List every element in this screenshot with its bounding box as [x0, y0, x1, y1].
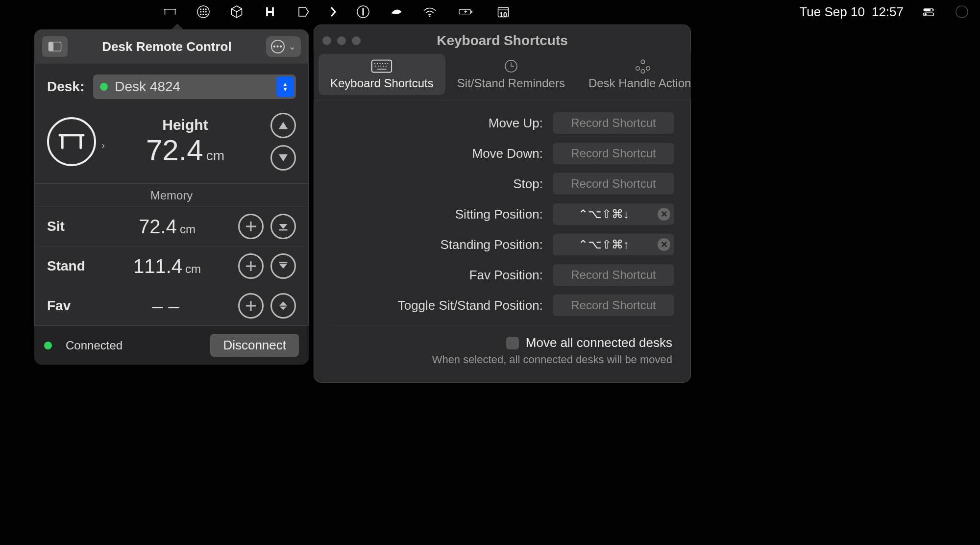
tab-desk-handle-actions[interactable]: Desk Handle Actions [577, 54, 691, 95]
goto-stand-button[interactable] [270, 253, 296, 279]
more-menu-button[interactable]: ••• ⌄ [266, 36, 301, 57]
shortcut-field[interactable]: Record Shortcut [553, 264, 674, 286]
shortcuts-body: Move Up:Record ShortcutMove Down:Record … [314, 100, 691, 383]
desk-select[interactable]: Desk 4824 ▲▼ [93, 74, 296, 99]
svg-point-41 [646, 67, 650, 71]
memory-value: 111.4 [133, 255, 182, 277]
grid-circle-icon[interactable] [195, 3, 212, 20]
svg-point-6 [205, 11, 207, 13]
desk-remote-popover: Desk Remote Control ••• ⌄ Desk: Desk 482… [34, 29, 309, 365]
svg-point-8 [203, 14, 204, 15]
memory-value: 72.4 [139, 216, 177, 237]
svg-point-2 [203, 8, 204, 10]
move-all-desks-checkbox[interactable] [506, 337, 519, 349]
memory-label: Fav [47, 298, 96, 314]
shortcut-row: Fav Position:Record Shortcut [330, 264, 674, 286]
goto-fav-button[interactable] [270, 293, 296, 319]
height-block: › Height 72.4cm [34, 110, 309, 183]
save-fav-button[interactable] [238, 293, 264, 319]
connection-status: Connected [66, 339, 122, 352]
shortcut-row: Sitting Position:⌃⌥⇧⌘↓✕ [330, 203, 674, 225]
cube-icon[interactable] [228, 3, 245, 20]
svg-point-18 [925, 13, 927, 16]
shortcut-field[interactable]: Record Shortcut [553, 112, 674, 134]
window-titlebar: Keyboard Shortcuts [314, 25, 691, 52]
svg-point-11 [429, 16, 431, 17]
save-sit-button[interactable] [238, 214, 264, 239]
menubar-date: Tue Sep 10 [799, 4, 864, 20]
svg-rect-25 [372, 60, 392, 73]
clear-shortcut-button[interactable]: ✕ [658, 208, 670, 221]
shortcut-row: Toggle Sit/Stand Position:Record Shortcu… [330, 295, 674, 316]
tab-sit-stand-reminders[interactable]: Sit/Stand Reminders [445, 54, 577, 95]
chevron-right-icon[interactable] [328, 3, 338, 20]
shortcut-label: Fav Position: [469, 268, 543, 283]
svg-point-3 [205, 8, 207, 10]
svg-point-7 [200, 14, 201, 15]
letter-h-icon[interactable] [262, 3, 278, 20]
onepassword-icon[interactable] [355, 3, 371, 20]
shortcut-field[interactable]: ⌃⌥⇧⌘↓✕ [553, 203, 674, 225]
status-dot-icon [44, 342, 52, 349]
shortcut-row: Stop:Record Shortcut [330, 173, 674, 195]
shortcut-field[interactable]: Record Shortcut [553, 173, 674, 195]
svg-point-5 [203, 11, 204, 13]
desk-app-menubar-icon[interactable] [162, 3, 178, 20]
svg-rect-22 [279, 229, 288, 231]
shortcut-label: Move Down: [472, 146, 543, 161]
tag-icon[interactable] [295, 3, 312, 20]
move-down-button[interactable] [270, 145, 296, 171]
shortcut-label: Sitting Position: [455, 207, 543, 222]
memory-label: Sit [47, 219, 96, 234]
status-dot-icon [100, 83, 108, 91]
move-up-button[interactable] [270, 113, 296, 138]
ellipsis-icon: ••• [271, 40, 285, 53]
popover-header: Desk Remote Control ••• ⌄ [34, 29, 309, 64]
svg-point-4 [200, 11, 201, 13]
shortcut-label: Move Up: [489, 116, 543, 131]
tab-keyboard-shortcuts[interactable]: Keyboard Shortcuts [318, 54, 445, 95]
clear-shortcut-button[interactable]: ✕ [658, 238, 670, 251]
svg-point-9 [205, 14, 207, 15]
svg-rect-13 [471, 11, 472, 13]
sidebar-toggle-button[interactable] [42, 36, 68, 57]
menubar-clock[interactable]: Tue Sep 10 12:57 [799, 4, 904, 20]
memory-unit: cm [180, 223, 196, 236]
svg-point-1 [200, 8, 201, 10]
shortcut-field[interactable]: Record Shortcut [553, 295, 674, 316]
calendar-icon[interactable]: 10 [494, 3, 513, 20]
battery-icon[interactable] [455, 3, 477, 20]
disconnect-button[interactable]: Disconnect [210, 334, 299, 357]
shortcut-row: Move Up:Record Shortcut [330, 112, 674, 134]
siri-icon[interactable] [954, 3, 970, 20]
desk-name: Desk 4824 [115, 79, 180, 95]
shortcut-label: Stop: [513, 176, 543, 192]
select-arrows-icon: ▲▼ [276, 76, 294, 97]
shortcut-label: Standing Position: [440, 237, 543, 252]
memory-section-title: Memory [34, 184, 309, 206]
vpn-icon[interactable] [388, 3, 405, 20]
tab-label: Keyboard Shortcuts [330, 76, 434, 90]
height-unit: cm [206, 148, 224, 163]
svg-point-42 [641, 70, 645, 74]
chevron-right-icon: › [101, 140, 105, 151]
calendar-date-badge: 10 [494, 11, 513, 19]
save-stand-button[interactable] [238, 253, 264, 279]
tab-label: Desk Handle Actions [588, 76, 691, 90]
shortcut-field[interactable]: ⌃⌥⇧⌘↑✕ [553, 234, 674, 255]
goto-sit-button[interactable] [270, 214, 296, 239]
desk-profile-button[interactable]: › [47, 117, 96, 166]
memory-value: – – [152, 295, 179, 317]
desk-label: Desk: [47, 79, 84, 95]
svg-rect-21 [49, 42, 53, 51]
shortcut-field[interactable]: Record Shortcut [553, 143, 674, 164]
height-value: 72.4 [146, 133, 203, 167]
memory-row-fav: Fav – – [34, 286, 309, 325]
svg-point-40 [636, 67, 639, 71]
preferences-tabs: Keyboard Shortcuts Sit/Stand Reminders D… [314, 52, 691, 100]
svg-rect-23 [279, 262, 288, 264]
control-center-icon[interactable] [920, 3, 937, 20]
chevron-down-icon: ⌄ [289, 41, 296, 52]
wifi-icon[interactable] [421, 3, 438, 20]
tab-label: Sit/Stand Reminders [457, 76, 565, 90]
